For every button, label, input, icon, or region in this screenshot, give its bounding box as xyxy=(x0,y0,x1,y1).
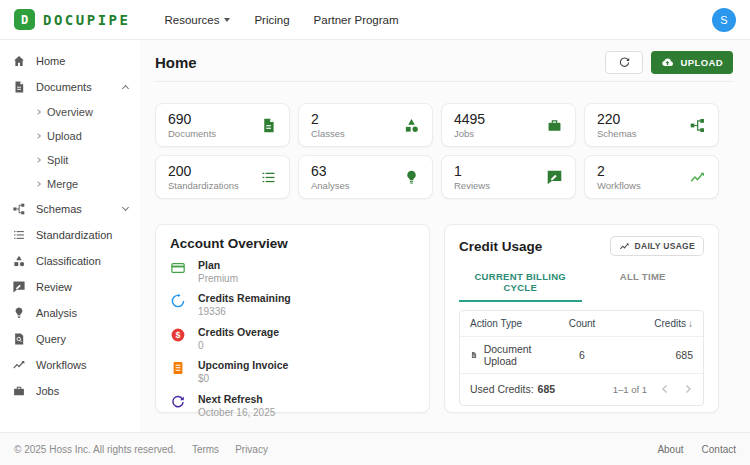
document-icon xyxy=(12,80,26,94)
footer-right-links: About Contact xyxy=(657,444,736,455)
account-item-value: Premium xyxy=(198,273,238,285)
account-item-label: Plan xyxy=(198,259,238,271)
stat-card-workflows[interactable]: 2 Workflows xyxy=(584,155,719,199)
sidebar-item-standardization[interactable]: Standardization xyxy=(0,222,140,248)
account-item-plan: Plan Premium xyxy=(170,259,415,285)
account-item-label: Next Refresh xyxy=(198,393,275,405)
chevron-right-icon xyxy=(35,133,41,139)
stat-card-documents[interactable]: 690 Documents xyxy=(155,103,290,147)
dollar-icon: $ xyxy=(170,327,186,343)
sidebar-subitem-label: Upload xyxy=(47,130,82,142)
sidebar-item-label: Jobs xyxy=(36,385,59,397)
previous-page-button[interactable] xyxy=(660,384,670,394)
sidebar: Home Documents Overview Upload Split xyxy=(0,40,140,432)
footer-link-contact[interactable]: Contact xyxy=(702,444,736,455)
stat-card-classes[interactable]: 2 Classes xyxy=(298,103,433,147)
stat-card-analyses[interactable]: 63 Analyses xyxy=(298,155,433,199)
sidebar-item-query[interactable]: Query xyxy=(0,326,140,352)
footer: © 2025 Hoss Inc. All rights reserved. Te… xyxy=(0,432,750,465)
stat-value: 2 xyxy=(597,163,641,179)
account-item-value: October 16, 2025 xyxy=(198,407,275,419)
account-item-value: $0 xyxy=(198,373,288,385)
list-icon xyxy=(12,228,26,242)
tab-current-billing-cycle[interactable]: CURRENT BILLING CYCLE xyxy=(459,263,582,302)
nav-resources[interactable]: Resources xyxy=(164,14,230,26)
header-credits[interactable]: Credits↓ xyxy=(627,318,693,329)
main-content: Home UPLOAD 690 Documents xyxy=(140,40,750,432)
sidebar-subitem-label: Merge xyxy=(47,178,78,190)
daily-usage-label: DAILY USAGE xyxy=(635,241,695,251)
chevron-down-icon xyxy=(224,18,230,22)
cloud-upload-icon xyxy=(661,56,674,69)
daily-usage-button[interactable]: DAILY USAGE xyxy=(610,236,704,256)
credit-usage-panel: Credit Usage DAILY USAGE CURRENT BILLING… xyxy=(444,224,719,413)
cell-action-label: Document Upload xyxy=(484,343,537,367)
brand-logo-icon[interactable]: D xyxy=(14,9,35,30)
title-divider xyxy=(155,81,733,82)
account-overview-title: Account Overview xyxy=(170,236,415,251)
stat-card-standardizations[interactable]: 200 Standardizations xyxy=(155,155,290,199)
rate-review-icon xyxy=(12,280,26,294)
nav-pricing[interactable]: Pricing xyxy=(254,14,289,26)
nav-pricing-label: Pricing xyxy=(254,14,289,26)
stats-grid: 690 Documents 2 Classes 4495 Jobs 220 xyxy=(155,103,719,199)
stat-value: 2 xyxy=(311,111,345,127)
title-actions: UPLOAD xyxy=(605,51,733,74)
sidebar-item-home[interactable]: Home xyxy=(0,48,140,74)
nav-resources-label: Resources xyxy=(164,14,219,26)
refresh-icon xyxy=(618,56,631,69)
upload-button[interactable]: UPLOAD xyxy=(651,51,733,74)
stat-label: Jobs xyxy=(454,128,485,140)
sidebar-item-classification[interactable]: Classification xyxy=(0,248,140,274)
sidebar-subitem-split[interactable]: Split xyxy=(0,148,140,172)
account-item-credits-overage: $ Credits Overage 0 xyxy=(170,326,415,352)
brand-name[interactable]: DOCUPIPE xyxy=(43,12,130,28)
panels: Account Overview Plan Premium Credits Re… xyxy=(155,224,719,413)
credit-usage-header: Credit Usage DAILY USAGE xyxy=(459,236,704,256)
sidebar-subitem-overview[interactable]: Overview xyxy=(0,100,140,124)
refresh-button[interactable] xyxy=(605,51,643,74)
cell-credits: 685 xyxy=(627,349,693,361)
svg-text:$: $ xyxy=(176,330,181,340)
app: D DOCUPIPE Resources Pricing Partner Pro… xyxy=(0,0,750,465)
stat-value: 200 xyxy=(168,163,239,179)
logo-letter: D xyxy=(21,13,28,27)
sidebar-item-documents[interactable]: Documents xyxy=(0,74,140,100)
stat-card-reviews[interactable]: 1 Reviews xyxy=(441,155,576,199)
footer-link-privacy[interactable]: Privacy xyxy=(235,444,268,455)
trending-up-icon xyxy=(12,358,26,372)
sidebar-subitem-upload[interactable]: Upload xyxy=(0,124,140,148)
stat-card-schemas[interactable]: 220 Schemas xyxy=(584,103,719,147)
nav-partner-program-label: Partner Program xyxy=(314,14,399,26)
credit-usage-tabs: CURRENT BILLING CYCLE ALL TIME xyxy=(459,263,704,302)
sidebar-subitem-merge[interactable]: Merge xyxy=(0,172,140,196)
sidebar-item-analysis[interactable]: Analysis xyxy=(0,300,140,326)
shell: Home Documents Overview Upload Split xyxy=(0,40,750,432)
trending-up-icon xyxy=(619,241,630,252)
next-page-button[interactable] xyxy=(683,384,693,394)
cell-action: Document Upload xyxy=(470,343,537,367)
used-credits-label: Used Credits: xyxy=(470,383,534,395)
stat-card-jobs[interactable]: 4495 Jobs xyxy=(441,103,576,147)
avatar[interactable]: S xyxy=(712,8,736,32)
stat-label: Documents xyxy=(168,128,216,140)
document-icon xyxy=(470,349,478,361)
copyright: © 2025 Hoss Inc. All rights reserved. xyxy=(14,444,176,455)
top-bar: D DOCUPIPE Resources Pricing Partner Pro… xyxy=(0,0,750,40)
sidebar-item-jobs[interactable]: Jobs xyxy=(0,378,140,404)
sidebar-item-schemas[interactable]: Schemas xyxy=(0,196,140,222)
stat-value: 690 xyxy=(168,111,216,127)
avatar-initial: S xyxy=(720,14,727,26)
footer-link-terms[interactable]: Terms xyxy=(192,444,219,455)
nav-partner-program[interactable]: Partner Program xyxy=(314,14,399,26)
account-item-label: Credits Overage xyxy=(198,326,279,338)
briefcase-icon xyxy=(546,117,563,134)
home-icon xyxy=(12,54,26,68)
table-row: Document Upload 6 685 xyxy=(460,337,703,374)
chevron-right-icon xyxy=(35,181,41,187)
sidebar-item-workflows[interactable]: Workflows xyxy=(0,352,140,378)
sidebar-item-review[interactable]: Review xyxy=(0,274,140,300)
footer-link-about[interactable]: About xyxy=(657,444,683,455)
stat-label: Schemas xyxy=(597,128,637,140)
tab-all-time[interactable]: ALL TIME xyxy=(582,263,705,302)
